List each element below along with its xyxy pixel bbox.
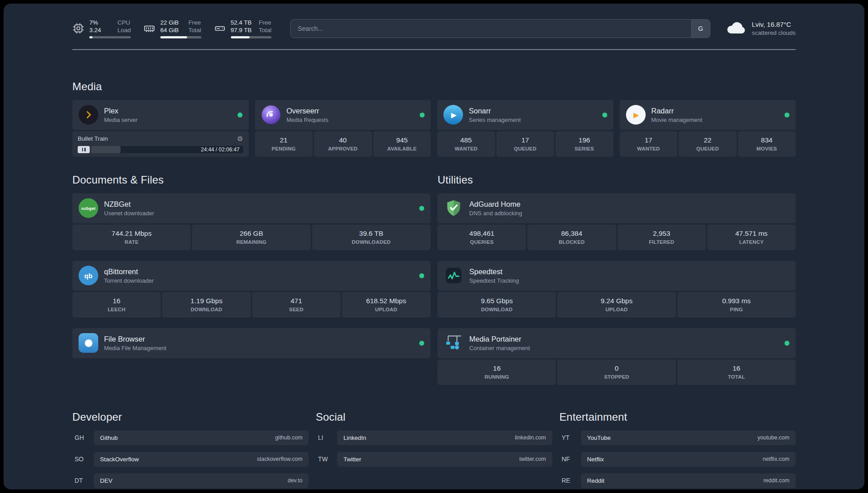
disk-total: 97.9 TB: [231, 26, 253, 34]
stat-value: 945: [396, 136, 408, 144]
service-card-nzbget: nzbget NZBGet Usenet downloader 744.21 M…: [72, 193, 430, 250]
section-title-utilities: Utilities: [438, 174, 796, 186]
service-link-overseerr[interactable]: Overseerr Media Requests: [255, 100, 431, 130]
service-link-filebrowser[interactable]: File Browser Media File Management: [72, 328, 430, 358]
service-link-portainer[interactable]: Media Portainer Container management: [438, 328, 796, 358]
bookmark-name: LinkedIn: [343, 435, 366, 441]
ram-icon: [143, 22, 155, 34]
bookmark-url: stackoverflow.com: [257, 456, 302, 462]
bookmark-name: YouTube: [587, 435, 611, 441]
stat-block: 196SERIES: [555, 131, 613, 157]
service-name: Plex: [104, 107, 138, 115]
service-stats: 16RUNNING 0STOPPED 16TOTAL: [438, 359, 796, 385]
service-name: Media Portainer: [469, 335, 530, 343]
bookmark-netflix[interactable]: NF Netflixnetflix.com: [559, 452, 796, 467]
filebrowser-icon: [79, 333, 98, 353]
service-link-adguard[interactable]: AdGuard Home DNS and adblocking: [438, 193, 796, 223]
portainer-icon: [444, 333, 463, 353]
stat-label: PING: [730, 307, 743, 312]
service-desc: Torrent downloader: [104, 277, 154, 284]
bookmarks-social: Social LI LinkedInlinkedin.com TW Twitte…: [316, 411, 552, 467]
bookmark-reddit[interactable]: RE Redditreddit.com: [559, 473, 796, 488]
bookmark-url: twitter.com: [519, 456, 546, 462]
bookmark-twitter[interactable]: TW Twittertwitter.com: [316, 452, 552, 467]
plex-icon: [79, 105, 98, 125]
playback-time: 24:44 / 02:06:47: [201, 146, 240, 153]
sonarr-icon: ▶: [443, 105, 463, 125]
stat-label: QUEUED: [697, 146, 719, 151]
weather-widget: Lviv, 16.87°C scattered clouds: [726, 20, 796, 37]
service-link-speedtest[interactable]: Speedtest Speedtest Tracking: [438, 261, 796, 291]
bookmark-link[interactable]: YouTubeyoutube.com: [581, 430, 796, 445]
playback-progress-bar: 24:44 / 02:06:47: [91, 146, 243, 153]
stat-value: 17: [522, 136, 529, 144]
stat-value: 16: [493, 364, 501, 372]
pause-icon[interactable]: [78, 146, 90, 153]
disk-free-label: Free: [259, 19, 271, 26]
bookmark-github[interactable]: GH Githubgithub.com: [72, 430, 309, 445]
service-card-filebrowser: File Browser Media File Management: [72, 328, 430, 358]
stat-value: 9.24 Gbps: [601, 297, 633, 305]
status-dot: [419, 273, 424, 278]
service-link-nzbget[interactable]: nzbget NZBGet Usenet downloader: [72, 193, 430, 223]
service-link-plex[interactable]: Plex Media server: [72, 100, 249, 130]
status-dot: [602, 113, 607, 117]
section-title-media: Media: [72, 80, 796, 93]
service-stats: 744.21 MbpsRATE 266 GBREMAINING 39.6 TBD…: [72, 225, 430, 250]
bookmark-link[interactable]: LinkedInlinkedin.com: [337, 430, 552, 445]
stat-block: 618.52 MbpsUPLOAD: [342, 292, 430, 318]
bookmark-link[interactable]: Githubgithub.com: [94, 430, 309, 445]
bookmark-link[interactable]: Redditreddit.com: [581, 473, 796, 488]
search-input[interactable]: [290, 19, 710, 38]
service-link-sonarr[interactable]: ▶ Sonarr Series management: [437, 100, 613, 130]
utilities-stack: AdGuard Home DNS and adblocking 498,461Q…: [438, 193, 796, 385]
cpu-load-label: Load: [117, 26, 131, 34]
bookmark-link[interactable]: Netflixnetflix.com: [581, 452, 796, 467]
bookmark-dev[interactable]: DT DEVdev.to: [72, 473, 309, 488]
stat-block: 485WANTED: [437, 131, 495, 157]
stat-label: BLOCKED: [559, 239, 584, 245]
stat-label: LATENCY: [739, 239, 764, 245]
section-media: Media Plex Media server Bullet Train: [72, 80, 796, 157]
stat-block: 39.6 TBDOWNLOADED: [312, 225, 430, 250]
disk-bar-fill: [231, 36, 250, 38]
bookmark-link[interactable]: StackOverflowstackoverflow.com: [94, 452, 309, 467]
section-title-social: Social: [316, 411, 552, 423]
service-stats: 485WANTED 17QUEUED 196SERIES: [437, 131, 613, 157]
stat-block: 9.65 GbpsDOWNLOAD: [438, 292, 556, 318]
now-playing-title: Bullet Train: [78, 135, 108, 142]
weather-text: Lviv, 16.87°C scattered clouds: [752, 21, 796, 36]
bookmark-name: Twitter: [343, 456, 361, 463]
stat-value: 485: [460, 136, 472, 144]
gear-icon[interactable]: ⚙: [237, 135, 243, 143]
bookmark-linkedin[interactable]: LI LinkedInlinkedin.com: [316, 430, 552, 445]
service-desc: Container management: [469, 345, 530, 351]
service-name: Sonarr: [469, 107, 521, 115]
bookmark-stackoverflow[interactable]: SO StackOverflowstackoverflow.com: [72, 452, 309, 467]
stat-label: PENDING: [271, 146, 296, 151]
stat-label: DOWNLOADED: [352, 239, 391, 245]
section-title-documents: Documents & Files: [72, 174, 430, 186]
bookmark-name: DEV: [100, 477, 113, 484]
service-link-radarr[interactable]: ▶ Radarr Movie management: [620, 100, 796, 130]
stat-block: 1.19 GbpsDOWNLOAD: [162, 292, 250, 318]
search-provider-button[interactable]: G: [691, 20, 710, 38]
bookmark-abbr: DT: [72, 477, 94, 484]
stat-label: SERIES: [575, 146, 594, 151]
bookmark-link[interactable]: DEVdev.to: [94, 473, 309, 488]
service-link-qbittorrent[interactable]: qb qBittorrent Torrent downloader: [72, 261, 430, 291]
bookmark-url: linkedin.com: [515, 435, 546, 441]
plex-now-playing-widget: Bullet Train ⚙ 24:44 / 02:06:47: [72, 131, 249, 157]
bookmark-name: StackOverflow: [100, 456, 139, 463]
service-desc: Media File Management: [104, 345, 166, 351]
service-desc: DNS and adblocking: [469, 210, 522, 217]
weather-condition: scattered clouds: [752, 29, 796, 36]
bookmark-youtube[interactable]: YT YouTubeyoutube.com: [559, 430, 796, 445]
stat-value: 21: [280, 136, 288, 144]
stat-block: 16LEECH: [72, 292, 161, 318]
disk-free: 52.4 TB: [231, 19, 253, 26]
disk-readout: 52.4 TBFree 97.9 TBTotal: [231, 19, 272, 38]
bookmark-link[interactable]: Twittertwitter.com: [337, 452, 552, 467]
stat-block: 17QUEUED: [497, 131, 555, 157]
overseerr-icon: [261, 105, 281, 125]
